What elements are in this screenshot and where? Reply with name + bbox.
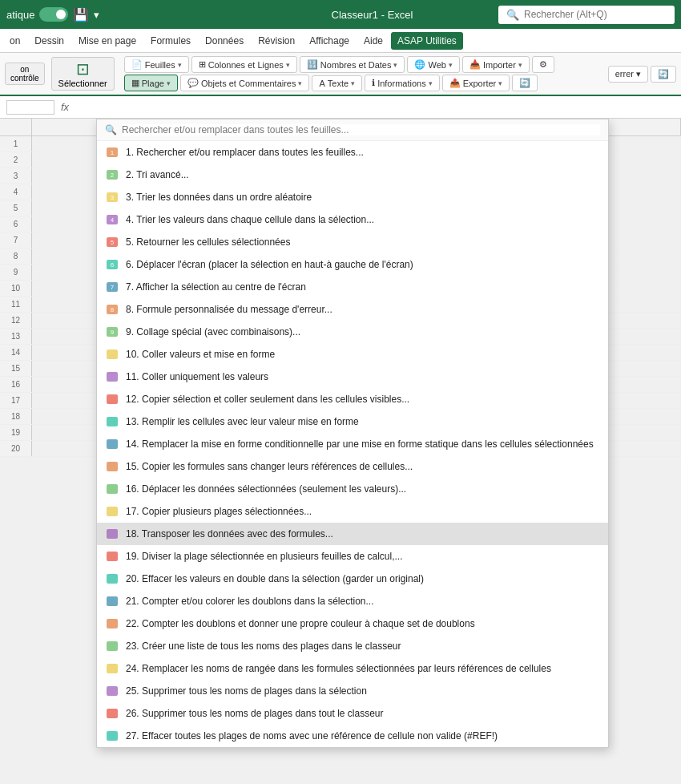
dropdown-item-16[interactable]: 16. Déplacer les données sélectionnées (… [97, 478, 608, 500]
menu-item-dessin[interactable]: Dessin [28, 32, 71, 50]
svg-rect-29 [107, 596, 118, 606]
exporter-icon: 📤 [449, 78, 461, 88]
selection-control-button[interactable]: on contrôle [5, 63, 45, 85]
dropdown-items-container: 1 1. Rechercher et/ou remplacer dans tou… [97, 141, 608, 747]
svg-rect-19 [107, 372, 118, 382]
dropdown-item-25[interactable]: 25. Supprimer tous les noms de plages da… [97, 680, 608, 702]
svg-rect-25 [107, 507, 118, 516]
dropdown-item-text-15: 15. Copier les formules sans changer leu… [126, 461, 600, 472]
menu-item-donnees[interactable]: Données [199, 32, 250, 50]
web-button[interactable]: 🌐Web▾ [407, 56, 459, 73]
feuilles-chevron: ▾ [178, 61, 182, 69]
dropdown-item-8[interactable]: 8 8. Formule personnalisée du message d'… [97, 298, 608, 321]
search-box[interactable]: 🔍 [498, 6, 675, 24]
informations-chevron: ▾ [429, 79, 433, 87]
menu-item-aide[interactable]: Aide [357, 32, 389, 50]
menu-item-revision[interactable]: Révision [252, 32, 301, 50]
item-icon-box-22 [105, 617, 119, 630]
dropdown-item-17[interactable]: 17. Copier plusieurs plages sélectionnée… [97, 500, 608, 523]
dropdown-item-19[interactable]: 19. Diviser la plage sélectionnée en plu… [97, 545, 608, 568]
colonnes-lignes-button[interactable]: ⊞Colonnes et Lignes▾ [191, 56, 297, 73]
nombres-dates-button[interactable]: 🔢Nombres et Dates▾ [300, 56, 405, 73]
d-button[interactable]: 🔄 [651, 66, 676, 83]
dropdown-item-3[interactable]: 3 3. Trier les données dans un ordre alé… [97, 186, 608, 208]
svg-rect-23 [107, 462, 118, 471]
r-icon: 🔄 [519, 78, 530, 88]
item-icon-box-23 [105, 640, 119, 653]
dropdown-item-7[interactable]: 7 7. Afficher la sélection au centre de … [97, 276, 608, 298]
dropdown-item-1[interactable]: 1 1. Rechercher et/ou remplacer dans tou… [97, 141, 608, 164]
item-icon-box-12 [105, 393, 119, 406]
toggle-switch[interactable] [39, 7, 68, 22]
dropdown-item-2[interactable]: 2 2. Tri avancé... [97, 164, 608, 186]
d-icon: 🔄 [658, 69, 669, 79]
dropdown-search-input[interactable] [122, 124, 600, 135]
dropdown-item-text-9: 9. Collage spécial (avec combinaisons)..… [126, 326, 600, 337]
texte-button[interactable]: ATexte▾ [312, 75, 362, 91]
dropdown-item-24[interactable]: 24. Remplacer les noms de rangée dans le… [97, 657, 608, 680]
item-icon-box-16 [105, 483, 119, 495]
menu-item-formules[interactable]: Formules [144, 32, 197, 50]
informations-button[interactable]: ℹInformations▾ [365, 75, 440, 91]
menu-item-affichage[interactable]: Affichage [303, 32, 356, 50]
plage-button[interactable]: ▦Plage▾ [124, 75, 178, 91]
dropdown-item-10[interactable]: 10. Coller valeurs et mise en forme [97, 343, 608, 366]
dropdown-menu[interactable]: 🔍 1 1. Rechercher et/ou remplacer dans t… [96, 119, 609, 748]
plage-chevron: ▾ [167, 79, 171, 87]
colonnes-chevron: ▾ [286, 61, 290, 69]
svg-text:1: 1 [111, 149, 115, 156]
fx-icon: fx [61, 101, 69, 113]
dropdown-item-11[interactable]: 11. Coller uniquement les valeurs [97, 366, 608, 388]
dropdown-item-18[interactable]: 18. Transposer les données avec des form… [97, 523, 608, 545]
item-icon-box-26 [105, 707, 119, 720]
item-icon-box-11 [105, 370, 119, 383]
dropdown-item-4[interactable]: 4 4. Trier les valeurs dans chaque cellu… [97, 208, 608, 231]
save-button[interactable]: 💾 [73, 7, 89, 22]
formula-input[interactable] [75, 102, 675, 113]
dropdown-item-22[interactable]: 22. Compter les doublons et donner une p… [97, 612, 608, 635]
menu-item-asap[interactable]: ASAP Utilities [391, 32, 463, 50]
dropdown-item-text-10: 10. Coller valeurs et mise en forme [126, 349, 600, 360]
dropdown-item-21[interactable]: 21. Compter et/ou colorer les doublons d… [97, 590, 608, 612]
plage-icon: ▦ [131, 78, 139, 88]
dropdown-item-13[interactable]: 13. Remplir les cellules avec leur valeu… [97, 410, 608, 433]
dropdown-item-text-3: 3. Trier les données dans un ordre aléat… [126, 192, 600, 203]
menu-item-mise-en-page[interactable]: Mise en page [72, 32, 143, 50]
dropdown-item-text-19: 19. Diviser la plage sélectionnée en plu… [126, 551, 600, 562]
sidebar-item-on[interactable]: on [3, 32, 26, 50]
dropdown-item-9[interactable]: 9 9. Collage spécial (avec combinaisons)… [97, 321, 608, 343]
feuilles-button[interactable]: 📄Feuilles▾ [124, 56, 189, 73]
dropdown-item-text-2: 2. Tri avancé... [126, 169, 600, 180]
exporter-chevron: ▾ [498, 79, 502, 87]
dropdown-item-27[interactable]: 27. Effacer toutes les plages de noms av… [97, 725, 608, 747]
ribbon: on contrôle ⊡ Sélectionner 📄Feuilles▾ ⊞C… [0, 53, 681, 96]
ribbon-row-top: 📄Feuilles▾ ⊞Colonnes et Lignes▾ 🔢Nombres… [124, 56, 554, 73]
dropdown-search-row: 🔍 [97, 119, 608, 141]
importer-button[interactable]: 📥Importer▾ [462, 56, 530, 73]
spreadsheet-main: C L 1 2 3 4 5 6 7 8 9 10 11 12 13 14 15 … [0, 119, 681, 762]
search-input[interactable] [524, 9, 667, 20]
dropdown-item-20[interactable]: 20. Effacer les valeurs en double dans l… [97, 568, 608, 590]
objets-commentaires-button[interactable]: 💬Objets et Commentaires▾ [180, 75, 310, 91]
r-button[interactable]: 🔄 [512, 75, 538, 91]
exporter-button[interactable]: 📤Exporter▾ [442, 75, 510, 91]
dropdown-item-14[interactable]: 14. Remplacer la mise en forme condition… [97, 433, 608, 455]
item-icon-box-1: 1 [105, 146, 119, 159]
arrow-button[interactable]: ▾ [94, 9, 99, 21]
dropdown-item-12[interactable]: 12. Copier sélection et coller seulement… [97, 388, 608, 410]
c1-button[interactable]: ⚙ [532, 56, 554, 73]
dropdown-item-6[interactable]: 6 6. Déplacer l'écran (placer la sélecti… [97, 253, 608, 276]
dropdown-item-15[interactable]: 15. Copier les formules sans changer leu… [97, 455, 608, 478]
dropdown-item-26[interactable]: 26. Supprimer tous les noms de plages da… [97, 702, 608, 725]
name-box[interactable] [6, 100, 54, 115]
errer-button[interactable]: errer ▾ [608, 66, 648, 83]
item-icon-box-4: 4 [105, 213, 119, 226]
item-icon-box-9: 9 [105, 325, 119, 338]
selectionner-button[interactable]: ⊡ Sélectionner [51, 57, 115, 91]
dropdown-item-23[interactable]: 23. Créer une liste de tous les noms des… [97, 635, 608, 657]
dropdown-item-text-22: 22. Compter les doublons et donner une p… [126, 618, 600, 629]
item-icon-box-19 [105, 550, 119, 563]
objets-chevron: ▾ [298, 79, 302, 87]
dropdown-item-5[interactable]: 5 5. Retourner les cellules sélectionnée… [97, 231, 608, 253]
dropdown-item-text-1: 1. Rechercher et/ou remplacer dans toute… [126, 147, 600, 158]
